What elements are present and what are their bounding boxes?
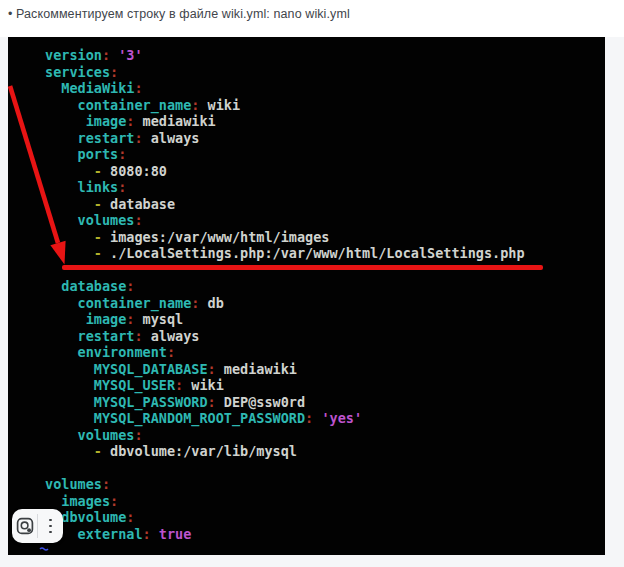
code-segment — [151, 526, 159, 542]
code-segment: dbvolume:/var/lib/mysql — [110, 443, 297, 459]
code-line — [45, 460, 525, 477]
more-vertical-icon — [49, 519, 52, 534]
code-segment: - — [45, 229, 110, 245]
code-segment: : — [134, 328, 142, 344]
code-line: image: mysql — [45, 311, 525, 328]
code-line: database: — [45, 278, 525, 295]
code-line: volumes: — [45, 427, 525, 444]
yaml-code: version: '3'services: MediaWiki: contain… — [8, 37, 525, 542]
code-segment: : — [118, 146, 126, 162]
code-segment: : — [118, 179, 126, 195]
code-segment: '3' — [118, 47, 142, 63]
code-segment: : — [134, 130, 142, 146]
code-segment: version — [45, 47, 102, 63]
code-segment: image — [45, 113, 126, 129]
code-line: - ./LocalSettings.php:/var/www/html/Loca… — [45, 245, 525, 262]
code-segment: : — [305, 410, 313, 426]
code-segment: wiki — [199, 97, 240, 113]
code-segment: db — [199, 295, 223, 311]
code-segment: ./LocalSettings.php:/var/www/html/LocalS… — [110, 245, 525, 261]
terminal-window: version: '3'services: MediaWiki: contain… — [8, 37, 605, 555]
code-segment: mysql — [134, 311, 183, 327]
lens-search-button[interactable] — [12, 509, 37, 543]
code-segment: links — [45, 179, 118, 195]
code-segment: - — [45, 245, 110, 261]
code-segment: - — [45, 443, 110, 459]
code-segment: : — [126, 278, 134, 294]
code-line: MYSQL_USER: wiki — [45, 377, 525, 394]
annotation-underline — [62, 265, 543, 270]
code-segment: images — [45, 493, 110, 509]
code-segment: : — [208, 361, 216, 377]
code-segment: : — [134, 427, 142, 443]
selection-squiggle — [39, 546, 51, 551]
code-segment: MYSQL_DATABASE — [45, 361, 208, 377]
code-line: external: true — [45, 526, 525, 543]
code-segment: MediaWiki — [45, 80, 134, 96]
code-segment: restart — [45, 130, 134, 146]
code-line: MYSQL_DATABASE: mediawiki — [45, 361, 525, 378]
code-line: dbvolume: — [45, 509, 525, 526]
code-segment: : — [110, 493, 118, 509]
code-segment: 8080:80 — [110, 163, 167, 179]
code-segment: image — [45, 311, 126, 327]
lens-search-icon — [16, 517, 34, 535]
code-segment: MYSQL_USER — [45, 377, 175, 393]
code-line: image: mediawiki — [45, 113, 525, 130]
code-line: images: — [45, 493, 525, 510]
code-segment: - — [45, 196, 110, 212]
code-segment: : — [126, 509, 134, 525]
code-line: - 8080:80 — [45, 163, 525, 180]
code-segment: MYSQL_PASSWORD — [45, 394, 208, 410]
code-line: - images:/var/www/html/images — [45, 229, 525, 246]
code-line: services: — [45, 64, 525, 81]
code-segment: true — [159, 526, 192, 542]
code-segment: MYSQL_RANDOM_ROOT_PASSWORD — [45, 410, 305, 426]
code-segment: mediawiki — [134, 113, 215, 129]
code-line: environment: — [45, 344, 525, 361]
code-line: volumes: — [45, 212, 525, 229]
more-options-button[interactable] — [38, 509, 63, 543]
code-line: MYSQL_PASSWORD: DEP@ssw0rd — [45, 394, 525, 411]
code-segment: 'yes' — [321, 410, 362, 426]
code-line: restart: always — [45, 130, 525, 147]
code-segment: volumes — [45, 212, 134, 228]
code-segment: : — [175, 377, 183, 393]
code-segment: ports — [45, 146, 118, 162]
code-segment: : — [102, 47, 110, 63]
code-segment: always — [143, 328, 200, 344]
code-segment: : — [134, 212, 142, 228]
code-segment: : — [110, 64, 118, 80]
code-line: container_name: wiki — [45, 97, 525, 114]
code-line: MediaWiki: — [45, 80, 525, 97]
code-segment: DEP@ssw0rd — [216, 394, 305, 410]
code-segment: : — [102, 476, 110, 492]
code-segment — [110, 47, 118, 63]
code-segment: services — [45, 64, 110, 80]
code-line: volumes: — [45, 476, 525, 493]
code-segment: : — [143, 526, 151, 542]
code-line: MYSQL_RANDOM_ROOT_PASSWORD: 'yes' — [45, 410, 525, 427]
code-segment: mediawiki — [216, 361, 297, 377]
code-segment: environment — [45, 344, 167, 360]
code-segment: always — [143, 130, 200, 146]
code-segment: - — [45, 163, 110, 179]
code-segment: volumes — [45, 427, 134, 443]
code-line: container_name: db — [45, 295, 525, 312]
code-line: - dbvolume:/var/lib/mysql — [45, 443, 525, 460]
code-segment: volumes — [45, 476, 102, 492]
code-segment: restart — [45, 328, 134, 344]
code-line: version: '3' — [45, 47, 525, 64]
instruction-text: • Раскомментируем строку в файле wiki.ym… — [8, 7, 350, 21]
code-segment: : — [208, 394, 216, 410]
code-segment: database — [110, 196, 175, 212]
code-segment: container_name — [45, 97, 191, 113]
code-segment: wiki — [183, 377, 224, 393]
code-segment: : — [134, 80, 142, 96]
code-segment: : — [167, 344, 175, 360]
code-segment: database — [45, 278, 126, 294]
code-line: ports: — [45, 146, 525, 163]
code-line: links: — [45, 179, 525, 196]
code-line: - database — [45, 196, 525, 213]
code-line: restart: always — [45, 328, 525, 345]
